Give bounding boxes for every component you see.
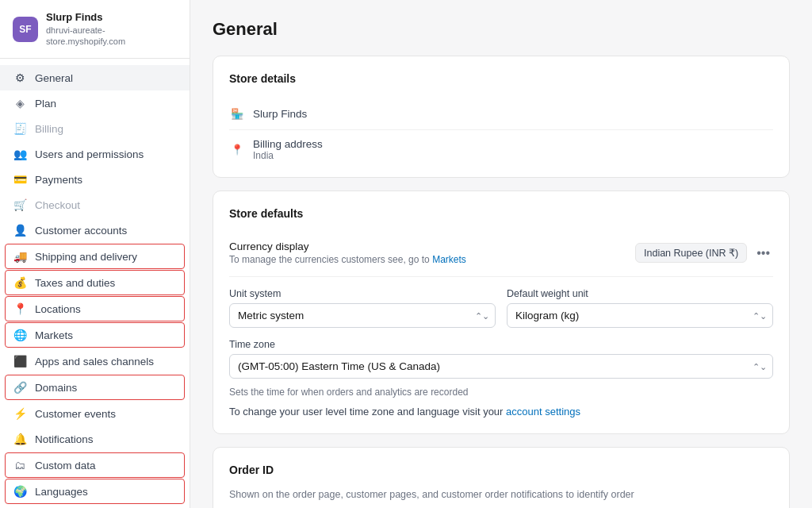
sidebar-item-users[interactable]: 👥Users and permissions [0,141,190,167]
weight-unit-label: Default weight unit [507,288,773,299]
sidebar-item-label-notifications: Notifications [35,433,94,445]
sidebar-item-label-apps: Apps and sales channels [35,356,154,368]
sidebar-item-customer-accounts[interactable]: 👤Customer accounts [0,217,190,243]
sidebar-item-label-custom-data: Custom data [35,460,96,471]
sidebar: SF Slurp Finds dhruvi-aureate-store.mysh… [0,0,190,508]
sidebar-item-label-shipping: Shipping and delivery [35,251,137,263]
timezone-hint: Sets the time for when orders and analyt… [229,387,773,398]
markets-link[interactable]: Markets [432,254,466,265]
store-avatar: SF [13,17,38,42]
store-url: dhruvi-aureate-store.myshopify.com [46,25,177,48]
checkout-icon: 🛒 [13,198,27,212]
sidebar-item-label-customer-events: Customer events [35,408,116,420]
store-name: Slurp Finds [46,11,177,25]
locations-icon: 📍 [13,302,27,316]
sidebar-item-markets[interactable]: 🌐Markets [5,322,185,348]
unit-system-group: Unit system Metric system Imperial syste… [229,288,496,328]
sidebar-item-label-languages: Languages [35,486,88,498]
billing-icon: 🧾 [13,121,27,136]
users-icon: 👥 [13,147,27,161]
sidebar-item-custom-data[interactable]: 🗂Custom data [5,452,185,478]
payments-icon: 💳 [13,172,27,187]
sidebar-item-shipping[interactable]: 🚚Shipping and delivery [5,244,185,269]
general-icon: ⚙ [13,71,27,85]
account-settings-link[interactable]: account settings [506,406,580,418]
sidebar-item-label-taxes: Taxes and duties [35,277,115,289]
unit-system-label: Unit system [229,288,496,299]
sidebar-item-plan[interactable]: ◈Plan [0,90,190,116]
sidebar-item-label-domains: Domains [35,382,77,394]
unit-system-select-wrapper: Metric system Imperial system ⌃⌄ [229,303,496,328]
account-settings-text: To change your user level time zone and … [229,406,773,418]
currency-more-button[interactable]: ••• [753,244,773,262]
store-name-value: Slurp Finds [253,108,307,120]
domains-icon: 🔗 [13,380,27,394]
sidebar-item-locations[interactable]: 📍Locations [5,296,185,321]
location-icon: 📍 [229,142,245,158]
languages-icon: 🌍 [13,484,27,498]
sidebar-item-label-markets: Markets [35,329,73,341]
weight-unit-group: Default weight unit Kilogram (kg) Gram (… [507,288,773,328]
timezone-select-wrapper: (GMT-05:00) Eastern Time (US & Canada) ⌃… [229,354,773,379]
sidebar-item-label-payments: Payments [35,174,82,186]
sidebar-item-apps[interactable]: ⬛Apps and sales channels [0,348,190,374]
sidebar-item-domains[interactable]: 🔗Domains [5,375,185,400]
customer-events-icon: ⚡ [13,406,27,421]
markets-icon: 🌐 [13,328,27,342]
timezone-select[interactable]: (GMT-05:00) Eastern Time (US & Canada) [229,354,773,379]
sidebar-item-payments[interactable]: 💳Payments [0,167,190,192]
main-content: General Store details 🏪 Slurp Finds 📍 Bi… [190,0,812,508]
sidebar-item-label-general: General [35,72,73,84]
shipping-icon: 🚚 [13,249,27,264]
sidebar-item-label-billing: Billing [35,123,63,135]
store-name-row: 🏪 Slurp Finds [229,98,773,130]
sidebar-item-languages[interactable]: 🌍Languages [5,479,185,504]
sidebar-item-label-plan: Plan [35,98,56,110]
notifications-icon: 🔔 [13,432,27,446]
sidebar-item-customer-privacy[interactable]: 🔒Customer privacy [0,505,190,508]
billing-address-label: Billing address [253,138,323,150]
page-title: General [213,19,790,40]
weight-unit-select-wrapper: Kilogram (kg) Gram (g) Pound (lb) Ounce … [507,303,773,328]
store-details-title: Store details [229,72,773,85]
custom-data-icon: 🗂 [13,458,27,472]
sidebar-item-billing: 🧾Billing [0,116,190,141]
billing-address-row: 📍 Billing address India [229,130,773,161]
sidebar-item-notifications[interactable]: 🔔Notifications [0,426,190,452]
sidebar-nav: ⚙General◈Plan🧾Billing👥Users and permissi… [0,59,190,508]
sidebar-item-customer-events[interactable]: ⚡Customer events [0,401,190,426]
currency-display-label: Currency display [229,241,466,252]
customer-accounts-icon: 👤 [13,223,27,237]
billing-address-value: India [253,150,323,161]
order-id-card: Order ID Shown on the order page, custom… [213,447,790,508]
order-id-title: Order ID [229,464,773,476]
store-defaults-card: Store defaults Currency display To manag… [213,190,790,434]
sidebar-item-label-locations: Locations [35,303,81,315]
unit-system-select[interactable]: Metric system Imperial system [229,303,496,328]
sidebar-header[interactable]: SF Slurp Finds dhruvi-aureate-store.mysh… [0,0,190,59]
sidebar-item-label-users: Users and permissions [35,148,144,160]
taxes-icon: 💰 [13,275,27,290]
store-details-card: Store details 🏪 Slurp Finds 📍 Billing ad… [213,56,790,178]
sidebar-item-checkout: 🛒Checkout [0,192,190,217]
order-id-sub: Shown on the order page, customer pages,… [229,489,773,500]
sidebar-item-taxes[interactable]: 💰Taxes and duties [5,270,185,295]
sidebar-item-general[interactable]: ⚙General [0,65,190,90]
store-defaults-title: Store defaults [229,207,773,220]
currency-badge: Indian Rupee (INR ₹) [635,243,747,263]
unit-weight-row: Unit system Metric system Imperial syste… [229,288,773,328]
plan-icon: ◈ [13,96,27,110]
currency-display-row: Currency display To manage the currencie… [229,233,773,277]
currency-badge-area: Indian Rupee (INR ₹) ••• [635,243,773,263]
store-icon: 🏪 [229,106,245,121]
currency-display-sub: To manage the currencies customers see, … [229,254,466,265]
timezone-label: Time zone [229,339,773,350]
apps-icon: ⬛ [13,354,27,368]
sidebar-item-label-customer-accounts: Customer accounts [35,225,127,237]
timezone-group: Time zone (GMT-05:00) Eastern Time (US &… [229,339,773,398]
sidebar-item-label-checkout: Checkout [35,199,80,211]
weight-unit-select[interactable]: Kilogram (kg) Gram (g) Pound (lb) Ounce … [507,303,773,328]
